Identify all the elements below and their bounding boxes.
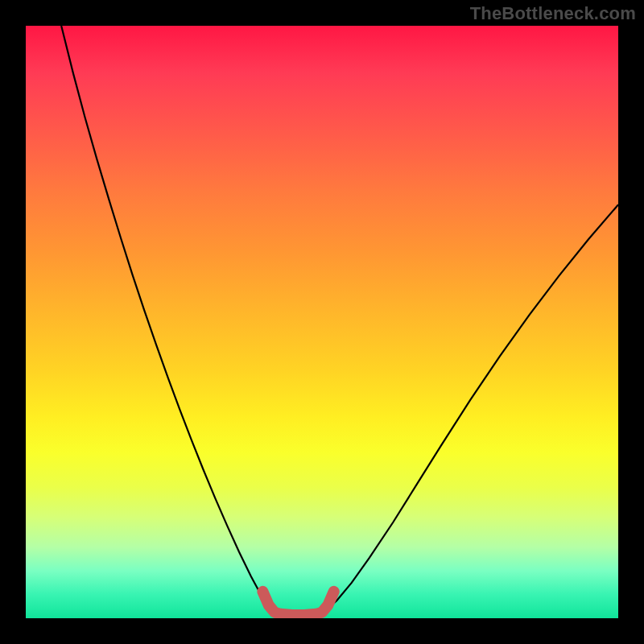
right-curve-line: [325, 204, 618, 611]
chart-overlay: [26, 26, 618, 618]
chart-frame: TheBottleneck.com: [0, 0, 644, 644]
watermark-text: TheBottleneck.com: [470, 3, 636, 24]
left-curve-line: [61, 26, 271, 611]
plot-area: [26, 26, 618, 618]
curve-group: [61, 26, 618, 615]
valley-highlight-line: [262, 592, 333, 615]
